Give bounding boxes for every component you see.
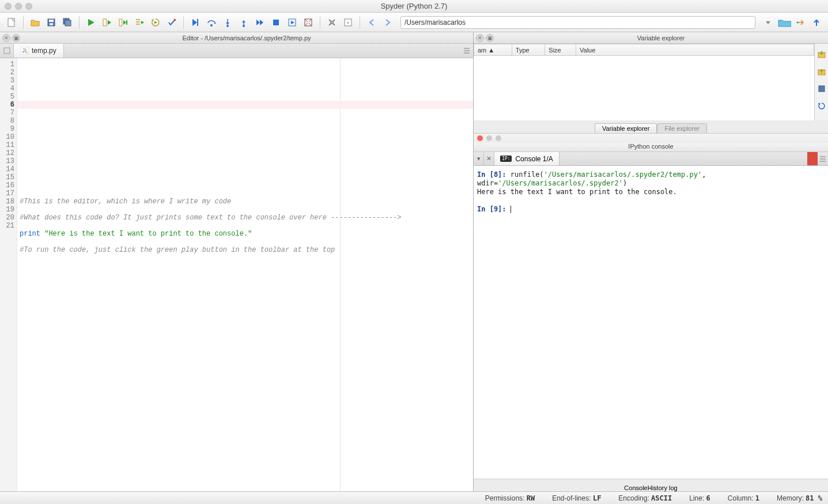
- run-cell-button[interactable]: [100, 16, 114, 29]
- ipython-title: IPython console: [474, 143, 828, 152]
- step-out-button[interactable]: [237, 16, 251, 29]
- console-bottom-tabs: Console History log: [474, 479, 828, 491]
- encoding-value: ASCII: [651, 494, 672, 502]
- column-label: Column:: [728, 494, 754, 502]
- svg-point-32: [797, 21, 799, 23]
- encoding-label: Encoding:: [618, 494, 649, 502]
- variable-table[interactable]: am ▲TypeSizeValue: [474, 44, 814, 132]
- close-icon[interactable]: ✕: [476, 34, 484, 42]
- debug-config-button[interactable]: [285, 16, 299, 29]
- python-path-button[interactable]: +: [341, 16, 355, 29]
- window-titlebar: Spyder (Python 2.7): [0, 0, 828, 13]
- undock-icon[interactable]: ▣: [486, 34, 494, 42]
- column-header[interactable]: Type: [512, 44, 545, 56]
- window-controls: [5, 3, 32, 10]
- minimize-window-icon[interactable]: [15, 3, 22, 10]
- svg-point-17: [210, 24, 213, 26]
- svg-rect-3: [50, 23, 53, 25]
- ipython-badge-icon: IP:: [500, 156, 512, 162]
- svg-marker-6: [88, 19, 94, 26]
- tab-history-log[interactable]: History log: [648, 484, 678, 491]
- svg-rect-0: [8, 18, 14, 26]
- code-editor[interactable]: 123456789101112131415161718192021 #This …: [0, 58, 473, 491]
- ipython-console[interactable]: In [8]: runfile('/Users/marisacarlos/.sp…: [474, 166, 828, 479]
- parent-dir-button[interactable]: [810, 16, 823, 29]
- permissions-label: Permissions:: [485, 494, 525, 502]
- forward-button[interactable]: [381, 16, 395, 29]
- variable-explorer-title: Variable explorer: [494, 35, 828, 41]
- eol-label: End-of-lines:: [552, 494, 591, 502]
- explorer-tabs: Variable explorer File explorer: [474, 120, 828, 133]
- debug-button[interactable]: [188, 16, 202, 29]
- column-header[interactable]: Value: [576, 44, 814, 56]
- tab-console-1a[interactable]: IP: Console 1/A: [494, 152, 559, 165]
- eol-value: LF: [593, 494, 601, 502]
- save-button[interactable]: [44, 16, 58, 29]
- zoom-window-icon[interactable]: [25, 3, 32, 10]
- back-button[interactable]: [365, 16, 379, 29]
- preferences-button[interactable]: [325, 16, 339, 29]
- tab-variable-explorer[interactable]: Variable explorer: [595, 123, 657, 133]
- tab-file-explorer[interactable]: File explorer: [657, 123, 707, 133]
- tab-console[interactable]: Console: [624, 484, 647, 491]
- svg-marker-18: [226, 22, 229, 25]
- minimize-icon[interactable]: [486, 135, 492, 141]
- svg-point-35: [25, 51, 28, 54]
- refresh-vars-button[interactable]: [815, 99, 829, 113]
- run-button[interactable]: [84, 16, 98, 29]
- tab-temp-py[interactable]: temp.py: [14, 44, 64, 58]
- python-file-icon: [21, 47, 29, 55]
- zoom-icon[interactable]: [496, 135, 501, 141]
- console-window-controls: [474, 134, 828, 143]
- close-icon[interactable]: ✕: [2, 34, 10, 42]
- path-dropdown-button[interactable]: [761, 16, 775, 29]
- console-options-button[interactable]: [818, 152, 828, 165]
- memory-label: Memory:: [777, 494, 804, 502]
- column-header[interactable]: am ▲: [474, 44, 512, 56]
- editor-pane: ✕ ▣ Editor - /Users/marisacarlos/.spyder…: [0, 32, 474, 491]
- console-tabbar: ▾ ✕ IP: Console 1/A: [474, 152, 828, 166]
- interrupt-kernel-button[interactable]: [807, 152, 818, 165]
- set-as-cwd-button[interactable]: [793, 16, 807, 29]
- run-cell-advance-button[interactable]: [116, 16, 130, 29]
- run-selection-button[interactable]: [133, 16, 146, 29]
- browse-folder-button[interactable]: [777, 16, 791, 29]
- column-header[interactable]: Size: [545, 44, 576, 56]
- tab-list-button[interactable]: ▾: [474, 152, 484, 165]
- step-over-button[interactable]: [205, 16, 218, 29]
- svg-marker-8: [108, 20, 111, 25]
- line-label: Line:: [689, 494, 704, 502]
- save-all-button[interactable]: [61, 16, 74, 29]
- editor-tabbar: temp.py: [0, 44, 473, 58]
- open-file-button[interactable]: [28, 16, 42, 29]
- step-into-button[interactable]: [221, 16, 235, 29]
- stop-button[interactable]: [269, 16, 283, 29]
- stop-debug-button[interactable]: [165, 16, 179, 29]
- import-data-button[interactable]: [815, 47, 829, 61]
- close-window-icon[interactable]: [5, 3, 12, 10]
- working-directory-input[interactable]: [400, 16, 755, 29]
- save-data-as-button[interactable]: [815, 82, 829, 96]
- continue-button[interactable]: [253, 16, 267, 29]
- tab-list-button[interactable]: [0, 44, 14, 58]
- maximize-pane-button[interactable]: [301, 16, 315, 29]
- svg-rect-15: [197, 19, 198, 26]
- editor-options-button[interactable]: [460, 44, 473, 58]
- main-toolbar: +: [0, 13, 828, 32]
- new-file-button[interactable]: [5, 16, 18, 29]
- variable-explorer-pane: ✕ ▣ Variable explorer am ▲TypeSizeValue: [474, 32, 828, 133]
- svg-rect-2: [49, 20, 54, 22]
- svg-point-19: [226, 25, 229, 27]
- svg-rect-7: [103, 19, 107, 26]
- svg-marker-22: [256, 20, 260, 25]
- memory-value: 81 %: [806, 494, 822, 502]
- undock-icon[interactable]: ▣: [12, 34, 20, 42]
- tab-label: temp.py: [32, 47, 56, 55]
- editor-titlebar: ✕ ▣ Editor - /Users/marisacarlos/.spyder…: [0, 32, 473, 44]
- save-data-button[interactable]: [815, 65, 829, 78]
- permissions-value: RW: [527, 494, 535, 502]
- close-icon[interactable]: [477, 135, 483, 141]
- run-again-button[interactable]: [149, 16, 162, 29]
- svg-rect-38: [819, 86, 825, 92]
- close-tab-icon[interactable]: ✕: [484, 152, 494, 165]
